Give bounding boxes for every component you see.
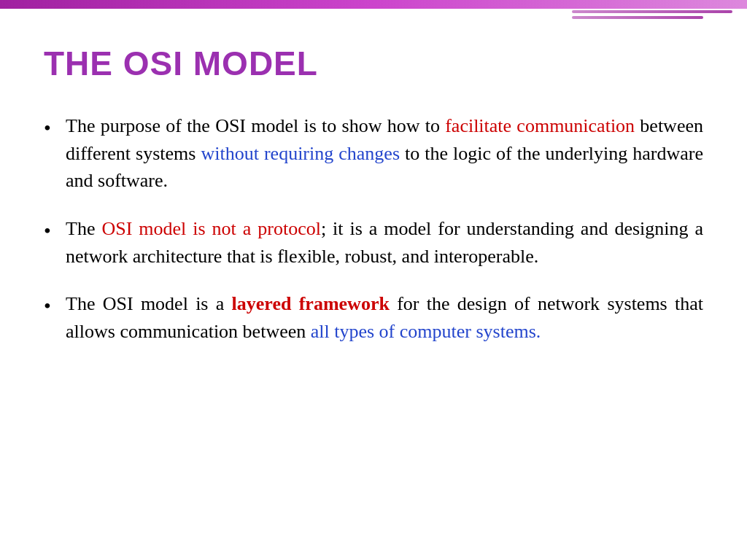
slide-title: THE OSI MODEL (44, 44, 703, 83)
top-right-decoration (572, 10, 732, 19)
highlight-facilitate: facilitate communication (445, 115, 635, 136)
bullet-text-1: The purpose of the OSI model is to show … (66, 112, 703, 195)
slide: THE OSI MODEL • The purpose of the OSI m… (0, 0, 747, 560)
deco-line-1 (572, 10, 732, 13)
bullet-item-3: • The OSI model is a layered framework f… (44, 290, 703, 345)
bullet-text-2: The OSI model is not a protocol; it is a… (66, 215, 703, 270)
highlight-layered-framework: layered framework (232, 293, 390, 314)
highlight-osi-not-protocol: OSI model is not a protocol (101, 218, 321, 239)
bullet-dot-1: • (44, 114, 60, 144)
bullet-item-2: • The OSI model is not a protocol; it is… (44, 215, 703, 270)
bullet-dot-3: • (44, 292, 60, 322)
bullet-dot-2: • (44, 217, 60, 246)
bullet-text-3: The OSI model is a layered framework for… (66, 290, 703, 345)
highlight-without-requiring: without requiring changes (201, 143, 400, 164)
top-bar (0, 0, 747, 9)
deco-line-2 (572, 16, 703, 19)
bullet-item-1: • The purpose of the OSI model is to sho… (44, 112, 703, 195)
bullet-list: • The purpose of the OSI model is to sho… (44, 112, 703, 346)
highlight-all-types: all types of computer systems. (311, 321, 541, 342)
